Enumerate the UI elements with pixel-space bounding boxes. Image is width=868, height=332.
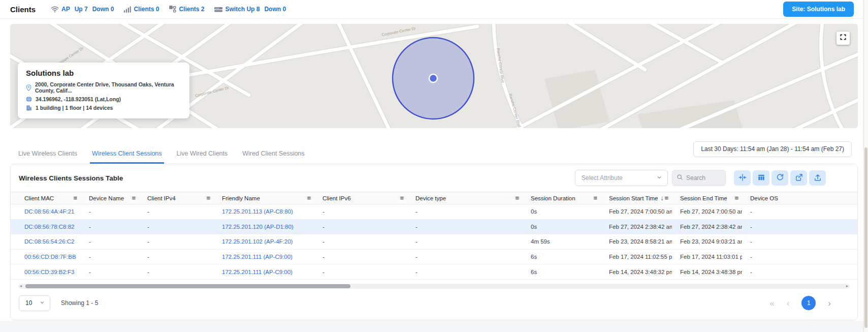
upload-icon bbox=[814, 173, 822, 183]
friendly-name-link[interactable]: 172.25.201.111 (AP-C9:00) bbox=[214, 269, 314, 275]
attribute-select[interactable]: Select Attribute bbox=[575, 170, 668, 186]
tab-wireless-client-sessions[interactable]: Wireless Client Sessions bbox=[90, 150, 164, 164]
client-ipv4-cell: - bbox=[139, 208, 214, 215]
column-menu-icon[interactable]: ≡ bbox=[73, 194, 77, 202]
col-session-end-time[interactable]: Session End Time≡ bbox=[672, 194, 742, 202]
wireless-clients-stat[interactable]: Clients 0 bbox=[124, 6, 159, 13]
site-map[interactable]: Corporate Center Dr Corporate Center Dr … bbox=[10, 24, 858, 128]
manage-columns-button[interactable] bbox=[753, 170, 769, 186]
friendly-name-link[interactable]: 172.25.201.111 (AP-C9:00) bbox=[214, 254, 314, 260]
search-box[interactable] bbox=[672, 170, 726, 186]
tab-live-wired-clients[interactable]: Live Wired Clients bbox=[175, 150, 230, 164]
column-menu-icon[interactable]: ≡ bbox=[206, 194, 210, 202]
switch-stat[interactable]: Switch Up 8 Down 0 bbox=[214, 6, 286, 13]
client-mac-link[interactable]: DC:08:56:54:26:C2 bbox=[11, 238, 81, 245]
device-type-cell: - bbox=[407, 269, 523, 275]
next-page-button[interactable]: › bbox=[828, 299, 831, 308]
scroll-left-arrow-icon[interactable]: ◄ bbox=[18, 284, 23, 289]
location-pin-icon bbox=[26, 84, 31, 91]
refresh-button[interactable] bbox=[771, 170, 788, 186]
client-mac-link[interactable]: 00:56:CD:39:B2:F3 bbox=[11, 269, 81, 275]
wired-clients-stat[interactable]: Clients 2 bbox=[169, 6, 204, 13]
session-duration-cell: 0s bbox=[523, 208, 601, 215]
first-page-button[interactable]: « bbox=[769, 299, 774, 308]
column-menu-icon[interactable]: ≡ bbox=[307, 194, 311, 202]
switch-icon bbox=[214, 6, 222, 13]
table-row[interactable]: DC:08:56:4A:4F:21 - - 172.25.201.113 (AP… bbox=[11, 204, 857, 220]
page-scrollbar[interactable] bbox=[863, 0, 868, 332]
friendly-name-link[interactable]: 172.25.201.113 (AP-C8:80) bbox=[214, 208, 314, 215]
page-size-value: 10 bbox=[25, 299, 32, 307]
client-ipv6-cell: - bbox=[314, 269, 407, 275]
open-external-button[interactable] bbox=[790, 170, 807, 186]
col-device-os[interactable]: Device OS bbox=[742, 195, 857, 201]
refresh-icon bbox=[776, 173, 784, 183]
column-menu-icon[interactable]: ≡ bbox=[664, 194, 668, 202]
client-mac-link[interactable]: 00:56:CD:D8:7F:BB bbox=[11, 254, 81, 260]
sort-desc-icon[interactable]: ↓ bbox=[661, 195, 664, 202]
search-input[interactable] bbox=[686, 174, 719, 182]
col-label: Client IPv6 bbox=[323, 195, 351, 201]
device-os-cell: - bbox=[742, 269, 857, 275]
page-scrollbar-thumb[interactable] bbox=[864, 147, 867, 328]
current-page-button[interactable]: 1 bbox=[801, 296, 816, 310]
column-menu-icon[interactable]: ≡ bbox=[132, 194, 136, 202]
col-label: Session Duration bbox=[531, 195, 575, 201]
ap-down: Down 0 bbox=[92, 6, 114, 13]
column-menu-icon[interactable]: ≡ bbox=[734, 194, 738, 202]
tab-wired-client-sessions[interactable]: Wired Client Sessions bbox=[240, 150, 306, 164]
device-type-cell: - bbox=[407, 208, 523, 215]
col-friendly-name[interactable]: Friendly Name≡ bbox=[214, 194, 314, 202]
map-fullscreen-button[interactable] bbox=[837, 32, 850, 45]
device-name-cell: - bbox=[81, 269, 139, 275]
column-menu-icon[interactable]: ≡ bbox=[515, 194, 519, 202]
attribute-select-placeholder: Select Attribute bbox=[582, 174, 623, 182]
col-session-start-time[interactable]: Session Start Time↓≡ bbox=[601, 194, 672, 202]
export-button[interactable] bbox=[809, 170, 826, 186]
col-device-type[interactable]: Device type≡ bbox=[407, 194, 523, 202]
table-row[interactable]: DC:08:56:54:26:C2 - - 172.25.201.102 (AP… bbox=[11, 234, 857, 250]
fit-columns-button[interactable] bbox=[734, 170, 751, 186]
table-controls: Select Attribute bbox=[575, 170, 826, 186]
prev-page-button[interactable]: ‹ bbox=[787, 299, 790, 308]
client-ipv6-cell: - bbox=[314, 208, 407, 215]
col-client-ipv4[interactable]: Client IPv4≡ bbox=[139, 194, 214, 202]
site-button[interactable]: Site: Solutions lab bbox=[783, 2, 854, 17]
date-range-picker[interactable]: Last 30 Days: 11:54 am (Jan 28) - 11:54 … bbox=[693, 141, 852, 157]
column-menu-icon[interactable]: ≡ bbox=[593, 194, 597, 202]
fullscreen-icon bbox=[840, 34, 847, 43]
friendly-name-link[interactable]: 172.25.201.102 (AP-4F:20) bbox=[214, 238, 314, 245]
ap-stat[interactable]: AP Up 7 Down 0 bbox=[51, 6, 114, 13]
device-type-cell: - bbox=[407, 254, 523, 260]
device-os-cell: - bbox=[742, 238, 857, 245]
table-footer: 10 Showing 1 - 5 « ‹ 1 › bbox=[11, 289, 857, 311]
scroll-right-arrow-icon[interactable]: ► bbox=[845, 284, 850, 289]
session-end-cell: Feb 23, 2024 9:03:21 am bbox=[672, 238, 742, 245]
tab-live-wireless-clients[interactable]: Live Wireless Clients bbox=[16, 150, 79, 164]
column-menu-icon[interactable]: ≡ bbox=[400, 194, 404, 202]
open-external-icon bbox=[795, 173, 803, 183]
page-size-select[interactable]: 10 bbox=[19, 295, 50, 311]
col-device-name[interactable]: Device Name≡ bbox=[81, 194, 139, 202]
horizontal-scrollbar[interactable]: ◄ ► bbox=[18, 284, 850, 289]
showing-label: Showing 1 - 5 bbox=[61, 299, 98, 307]
table-row[interactable]: 00:56:CD:39:B2:F3 - - 172.25.201.111 (AP… bbox=[11, 264, 857, 280]
client-ipv4-cell: - bbox=[139, 224, 214, 230]
columns-icon bbox=[757, 173, 765, 183]
friendly-name-link[interactable]: 172.25.201.120 (AP-D1:80) bbox=[214, 224, 314, 230]
pagination: « ‹ 1 › bbox=[769, 296, 849, 310]
switch-up: Switch Up 8 bbox=[225, 6, 260, 13]
col-client-ipv6[interactable]: Client IPv6≡ bbox=[314, 194, 407, 202]
col-client-mac[interactable]: Client MAC≡ bbox=[11, 194, 81, 202]
site-location-dot[interactable] bbox=[429, 74, 437, 82]
col-label: Client IPv4 bbox=[147, 195, 176, 201]
site-inventory: 1 building | 1 floor | 14 devices bbox=[36, 105, 113, 111]
wireless-clients-label: Clients 0 bbox=[134, 6, 159, 13]
horizontal-scrollbar-thumb[interactable] bbox=[25, 284, 350, 288]
client-mac-link[interactable]: DC:08:56:78:C8:82 bbox=[11, 224, 81, 230]
table-row[interactable]: DC:08:56:78:C8:82 - - 172.25.201.120 (AP… bbox=[11, 220, 857, 235]
table-row[interactable]: 00:56:CD:D8:7F:BB - - 172.25.201.111 (AP… bbox=[11, 250, 857, 265]
client-mac-link[interactable]: DC:08:56:4A:4F:21 bbox=[11, 208, 81, 215]
sessions-table-card: Wireless Clients Sessions Table Select A… bbox=[10, 164, 858, 320]
col-session-duration[interactable]: Session Duration≡ bbox=[523, 194, 601, 202]
